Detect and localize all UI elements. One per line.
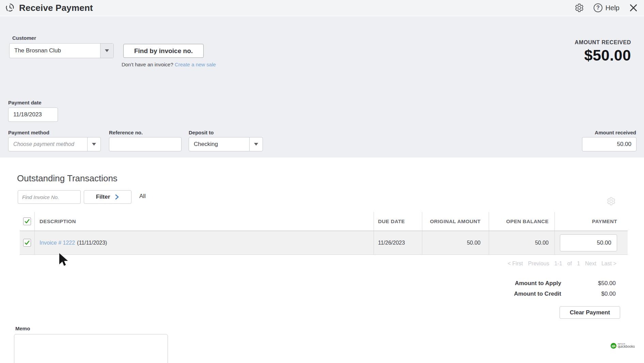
- quickbooks-icon: qb: [611, 343, 616, 349]
- create-new-sale-link[interactable]: Create a new sale: [175, 62, 216, 67]
- quickbooks-wordmark: quickbooks: [618, 345, 635, 348]
- invoice-link[interactable]: Invoice # 1222: [40, 240, 75, 246]
- find-by-invoice-button[interactable]: Find by invoice no.: [123, 44, 204, 58]
- clear-payment-button[interactable]: Clear Payment: [560, 306, 620, 319]
- amount-to-apply-value: $50.00: [598, 280, 616, 287]
- transactions-table: DESCRIPTION DUE DATE ORIGINAL AMOUNT OPE…: [20, 212, 628, 255]
- pagination-range: 1-1: [554, 261, 562, 267]
- payment-method-label: Payment method: [8, 130, 49, 135]
- amount-to-credit-value: $0.00: [601, 291, 616, 297]
- no-invoice-text: Don’t have an invoice?: [122, 62, 173, 67]
- amount-received-display: AMOUNT RECEIVED $50.00: [575, 39, 631, 64]
- help-label: Help: [606, 4, 619, 12]
- pagination-of: of: [567, 261, 572, 267]
- column-header-description: DESCRIPTION: [35, 212, 374, 231]
- receive-payment-window: Receive Payment ? Help Customer The Bros…: [0, 0, 644, 363]
- column-header-due-date: DUE DATE: [374, 212, 422, 231]
- amount-received-input[interactable]: [582, 137, 637, 151]
- filter-button[interactable]: Filter: [84, 190, 131, 204]
- customer-dropdown[interactable]: The Brosnan Club: [9, 43, 114, 58]
- chevron-down-icon[interactable]: [249, 137, 263, 151]
- amount-received-total: $50.00: [575, 47, 631, 64]
- deposit-to-dropdown[interactable]: Checking: [189, 137, 263, 151]
- gear-icon[interactable]: [575, 3, 584, 13]
- help-icon: ?: [594, 3, 602, 12]
- column-header-open-balance: OPEN BALANCE: [489, 212, 555, 231]
- filter-label: Filter: [96, 194, 110, 200]
- pagination-total: 1: [577, 261, 580, 267]
- column-header-payment: PAYMENT: [555, 212, 628, 231]
- chevron-right-icon: [115, 194, 119, 200]
- section-title: Outstanding Transactions: [17, 173, 117, 184]
- deposit-to-label: Deposit to: [189, 130, 214, 135]
- amount-received-field-label: Amount received: [595, 130, 636, 135]
- find-invoice-input[interactable]: [18, 190, 81, 204]
- close-icon[interactable]: [629, 3, 638, 12]
- page-title: Receive Payment: [19, 3, 93, 13]
- invoice-date: (11/11/2023): [77, 240, 107, 246]
- check-icon: [24, 218, 30, 224]
- topbar-left: Receive Payment: [5, 3, 93, 13]
- no-invoice-hint: Don’t have an invoice? Create a new sale: [122, 62, 216, 67]
- chevron-down-icon[interactable]: [100, 44, 113, 58]
- topbar-right: ? Help: [575, 3, 638, 13]
- payment-method-placeholder: Choose payment method: [9, 141, 87, 147]
- due-date-cell: 11/26/2023: [374, 231, 422, 254]
- reference-no-input[interactable]: [109, 137, 182, 151]
- check-icon: [24, 240, 30, 246]
- payment-method-dropdown[interactable]: Choose payment method: [8, 137, 101, 151]
- table-row: Invoice # 1222 (11/11/2023) 11/26/2023 5…: [20, 231, 628, 255]
- memo-label: Memo: [15, 326, 30, 331]
- reference-no-label: Reference no.: [109, 130, 143, 135]
- open-balance-cell: 50.00: [489, 231, 555, 254]
- intuit-quickbooks-logo: qb INTUIT quickbooks: [611, 343, 635, 349]
- select-all-checkbox[interactable]: [23, 217, 31, 225]
- column-header-original-amount: ORIGINAL AMOUNT: [422, 212, 489, 231]
- pagination: < First Previous 1-1 of 1 Next Last >: [508, 261, 616, 267]
- topbar: Receive Payment ? Help: [0, 0, 644, 16]
- pagination-previous[interactable]: Previous: [528, 261, 549, 267]
- payment-amount-input[interactable]: [560, 234, 617, 251]
- customer-label: Customer: [12, 35, 36, 41]
- payment-form-section: Customer The Brosnan Club Find by invoic…: [0, 16, 644, 158]
- amount-to-apply-label: Amount to Apply: [515, 280, 561, 287]
- deposit-to-value: Checking: [189, 141, 249, 148]
- row-checkbox[interactable]: [23, 239, 31, 247]
- filter-scope-all[interactable]: All: [139, 193, 146, 200]
- pagination-next[interactable]: Next: [585, 261, 596, 267]
- payment-date-input[interactable]: [8, 108, 58, 122]
- original-amount-cell: 50.00: [422, 231, 489, 254]
- help-button[interactable]: ? Help: [594, 3, 619, 12]
- table-header-row: DESCRIPTION DUE DATE ORIGINAL AMOUNT OPE…: [20, 212, 628, 231]
- pagination-first[interactable]: < First: [508, 261, 523, 267]
- pagination-last[interactable]: Last >: [601, 261, 616, 267]
- outstanding-transactions-section: Outstanding Transactions Filter All: [0, 158, 644, 363]
- chevron-down-icon[interactable]: [87, 137, 100, 151]
- memo-textarea[interactable]: [14, 334, 168, 363]
- table-settings-gear-icon[interactable]: [607, 197, 616, 207]
- amount-received-heading: AMOUNT RECEIVED: [575, 39, 631, 46]
- amount-to-credit-label: Amount to Credit: [514, 291, 561, 297]
- customer-value: The Brosnan Club: [10, 47, 100, 54]
- payment-date-label: Payment date: [8, 100, 42, 105]
- recent-transactions-icon[interactable]: [5, 3, 15, 13]
